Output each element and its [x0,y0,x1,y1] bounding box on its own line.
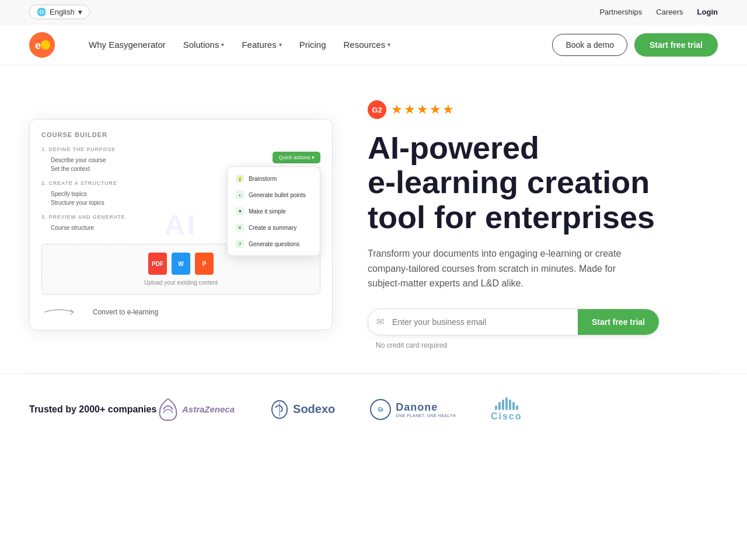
partnerships-link[interactable]: Partnerships [599,8,642,16]
nav-links: Why Easygenerator Solutions ▾ Features ▾… [82,35,552,54]
upload-text: Upload your existing content [50,279,312,286]
svg-text:e: e [35,40,41,51]
quick-actions-dropdown: 💡 Brainstorm • Generate bullet points ✦ … [227,166,320,256]
trusted-section: Trusted by 2000+ companies AstraZeneca [0,373,747,445]
cisco-bar-6 [512,402,515,410]
logo[interactable]: e [29,32,58,58]
star-rating: ★★★★★ [391,102,455,117]
email-icon: ✉ [368,316,392,327]
start-trial-hero-button[interactable]: Start free trial [578,309,659,335]
cisco-logo-inner: Cisco [491,397,522,422]
email-form: ✉ Start free trial [368,309,659,335]
cisco-bar-7 [516,405,518,410]
features-chevron: ▾ [279,41,282,48]
login-link[interactable]: Login [697,8,718,16]
mockup-title: COURSE BUILDER [41,131,320,138]
hero-subtitle: Transform your documents into engaging e… [368,246,648,291]
cisco-bar-3 [502,400,504,410]
pdf-icon: PDF [148,253,167,275]
sodexo-text: Sodexo [293,402,335,416]
cisco-bar-5 [509,400,511,410]
g2-rating: G2 ★★★★★ [368,100,718,119]
nav-resources[interactable]: Resources ▾ [337,35,398,54]
start-trial-nav-button[interactable]: Start free trial [634,33,718,57]
nav-why[interactable]: Why Easygenerator [82,35,173,54]
email-input[interactable] [392,309,578,335]
solutions-chevron: ▾ [221,41,224,48]
course-builder-mockup: COURSE BUILDER Quick actions ▾ 💡 Brainst… [29,119,333,330]
qa-summary[interactable]: ≡ Create a summary [228,219,320,236]
nav-solutions[interactable]: Solutions ▾ [176,35,232,54]
g2-logo: G2 [368,100,386,119]
svg-point-2 [41,40,50,50]
top-bar: 🌐 English ▾ Partnerships Careers Login [0,0,747,24]
logo-strip: AstraZeneca Sodexo 🌍 [158,397,718,422]
no-credit-text: No credit card required [368,341,718,349]
chevron-down-icon: ▾ [78,8,82,16]
word-icon: W [172,253,190,275]
astrazeneca-symbol [158,398,179,421]
cisco-logo: Cisco [491,397,522,422]
convert-arrow: Convert to e-learning [41,306,320,318]
summary-icon: ≡ [236,223,244,232]
bullet-icon: • [236,191,244,199]
careers-link[interactable]: Careers [656,8,683,16]
cisco-bar-4 [505,397,508,410]
cisco-bar-1 [495,405,497,410]
sodexo-symbol [270,400,289,419]
danone-circle-icon: 🌍 [370,399,391,420]
main-nav: e Why Easygenerator Solutions ▾ Features… [0,24,747,65]
danone-logo: 🌍 Danone ONE PLANET. ONE HEALTH [370,399,456,420]
nav-actions: Book a demo Start free trial [552,33,718,57]
globe-icon: 🌐 [37,8,46,16]
ppt-icon: P [195,253,214,275]
quick-actions-button[interactable]: Quick actions ▾ [273,152,320,163]
trusted-inner: Trusted by 2000+ companies AstraZeneca [29,397,718,422]
resources-chevron: ▾ [388,41,390,48]
astrazeneca-logo: AstraZeneca [158,398,235,421]
simplify-icon: ✦ [236,207,244,215]
astrazeneca-text: AstraZeneca [182,404,235,414]
top-bar-right: Partnerships Careers Login [599,8,718,16]
cisco-bar-2 [498,402,501,410]
trusted-label: Trusted by 2000+ companies [29,403,123,416]
convert-text: Convert to e-learning [93,308,158,316]
danone-text-block: Danone ONE PLANET. ONE HEALTH [396,401,456,418]
qa-simplify[interactable]: ✦ Make it simple [228,203,320,219]
brainstorm-icon: 💡 [236,174,244,183]
language-selector[interactable]: 🌐 English ▾ [29,5,90,19]
hero-section: COURSE BUILDER Quick actions ▾ 💡 Brainst… [0,65,747,373]
hero-title: AI-powered e-learning creation tool for … [368,131,718,235]
qa-bullet-points[interactable]: • Generate bullet points [228,187,320,203]
sodexo-logo: Sodexo [270,400,335,419]
hero-content: G2 ★★★★★ AI-powered e-learning creation … [368,100,718,349]
questions-icon: ? [236,240,244,248]
nav-pricing[interactable]: Pricing [292,35,333,54]
hero-image: COURSE BUILDER Quick actions ▾ 💡 Brainst… [29,119,344,330]
book-demo-button[interactable]: Book a demo [552,34,627,56]
arrow-curve-icon [41,306,88,318]
language-label: English [50,8,75,16]
qa-questions[interactable]: ? Generate questions [228,236,320,252]
upload-icons: PDF W P [50,253,312,275]
nav-features[interactable]: Features ▾ [235,35,288,54]
logo-icon: e [29,32,55,58]
cisco-bars [495,397,518,410]
qa-brainstorm[interactable]: 💡 Brainstorm [228,170,320,187]
